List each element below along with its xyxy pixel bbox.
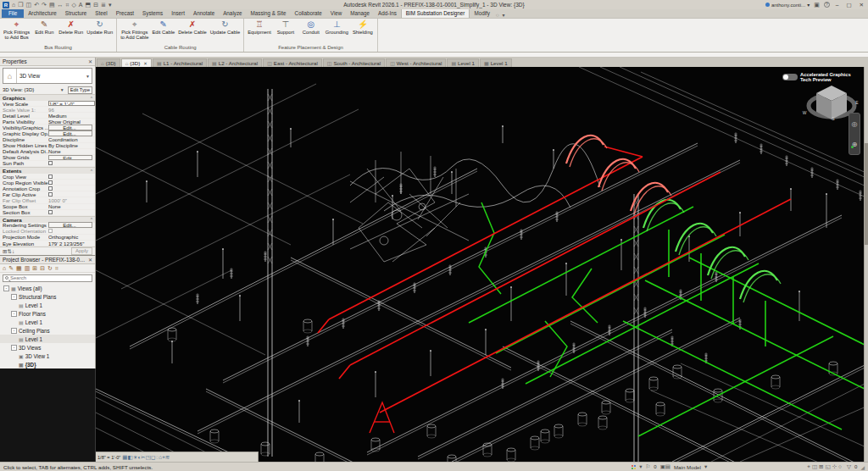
filter-icon[interactable]: ▽ <box>847 463 851 470</box>
view-tab-2-l1-architectural[interactable]: ▤L1 - Architectural <box>153 58 207 67</box>
delete-cable-button[interactable]: ✗Delete Cable <box>176 19 209 35</box>
edit-type-button[interactable]: Edit Type <box>68 86 92 94</box>
ribbon-tab-precast[interactable]: Precast <box>112 8 138 18</box>
tree-expander-icon[interactable]: - <box>11 328 17 334</box>
browser-search[interactable] <box>3 274 92 282</box>
tree-item-ceiling-plans[interactable]: -Ceiling Plans <box>0 326 95 335</box>
browser-sheets-icon[interactable]: ▥ <box>25 265 31 272</box>
status-select-links-icon[interactable]: ⌖ <box>807 463 810 469</box>
ribbon-tab-collaborate[interactable]: Collaborate <box>291 8 326 18</box>
prop-crop-region-visible-checkbox[interactable] <box>48 180 53 185</box>
view-tab-8-level-1[interactable]: ▦Level 1 <box>480 58 512 67</box>
qat-3d-view-icon[interactable]: ⬒ <box>86 1 92 8</box>
status-drag-on-selection-icon[interactable]: ⊹ <box>832 463 837 469</box>
view-tab-1-3d[interactable]: ⌂{3D}✕ <box>121 58 152 67</box>
prop-graphic-display-op-value[interactable]: Edit... <box>48 130 92 136</box>
close-button[interactable]: ✕ <box>858 2 865 8</box>
toggle-switch-icon[interactable] <box>782 74 798 80</box>
steering-wheel-icon[interactable]: ◎ <box>852 120 858 128</box>
browser-home-icon[interactable]: ⌂ <box>3 265 6 271</box>
tree-item-3d-views[interactable]: -3D Views <box>0 343 95 352</box>
model-viewport[interactable]: WSE <box>96 67 868 462</box>
edit-run-button[interactable]: ✎Edit Run <box>31 19 57 35</box>
properties-close-icon[interactable]: ✕ <box>88 58 92 64</box>
status-select-pinned-icon[interactable]: ⊞ <box>819 463 823 469</box>
scrollbar-thumb[interactable] <box>865 143 868 245</box>
pick-fittings-to-add-bus-button[interactable]: ⌖Pick Fittings to Add Bus <box>2 19 31 40</box>
view-tab-4-east-architectural[interactable]: ◫East - Architectural <box>263 58 322 67</box>
ribbon-tab-massing-site[interactable]: Massing & Site <box>247 8 291 18</box>
revit-logo[interactable]: R <box>3 2 9 8</box>
help-icon[interactable]: ? <box>824 2 830 8</box>
qat-aligned-dimension-icon[interactable]: ⌗ <box>66 1 70 8</box>
tree-item-level-1[interactable]: ▤Level 1 <box>0 301 95 309</box>
worksharing-sync-icon[interactable] <box>632 465 636 469</box>
design-option-panel-icon-1[interactable]: ▤ <box>665 463 670 469</box>
ribbon-tab-structure[interactable]: Structure <box>61 8 92 18</box>
ribbon-tab-add-ins[interactable]: Add-Ins <box>374 8 401 18</box>
view-tab-0-3d[interactable]: ⌂{3D} <box>97 58 120 67</box>
update-cable-button[interactable]: ↻Update Cable <box>209 19 242 35</box>
worksets-caret-icon[interactable]: ▾ <box>639 463 642 470</box>
qat-redo-icon[interactable]: ↷ <box>42 1 47 8</box>
ribbon-state-caret-icon[interactable]: ▾ <box>501 12 507 18</box>
qat-thin-lines-icon[interactable]: ≣ <box>101 1 106 8</box>
support-button[interactable]: ⊤Support <box>273 19 298 35</box>
ribbon-tab-insert[interactable]: Insert <box>167 8 189 18</box>
tree-item-structural-plans[interactable]: -Structural Plans <box>0 292 95 301</box>
qat-print-icon[interactable]: ▤ <box>49 1 55 8</box>
prop-show-grids-value[interactable]: Edit... <box>48 155 92 161</box>
accelerated-graphics-toggle[interactable]: Accelerated Graphics Tech Preview <box>782 72 851 83</box>
design-option-main-model[interactable]: Main Model <box>674 464 701 470</box>
prop-far-clip-active-checkbox[interactable] <box>48 192 53 197</box>
ribbon-tab-architecture[interactable]: Architecture <box>24 8 61 18</box>
prop-view-scale-value[interactable]: 1/8" = 1'-0" <box>48 101 95 107</box>
ribbon-tab-systems[interactable]: Systems <box>138 8 167 18</box>
account-menu[interactable]: anthony.conti... ▾ <box>765 2 810 8</box>
browser-expand-all-icon[interactable]: ⊞ <box>32 265 37 272</box>
tree-item-views-all[interactable]: -▦Views (all) <box>0 284 95 292</box>
browser-views-icon[interactable]: ▦ <box>16 265 22 272</box>
minimize-button[interactable]: – <box>834 2 841 8</box>
ribbon-tab-analyze[interactable]: Analyze <box>219 8 246 18</box>
app-store-icon[interactable]: ▣ <box>814 1 820 8</box>
type-selector[interactable]: ⌂ 3D View ▼ <box>3 68 92 84</box>
tree-item-level-1[interactable]: ▤Level 1 <box>0 335 95 343</box>
prop-sun-path-checkbox[interactable] <box>48 161 53 165</box>
update-run-button[interactable]: ↻Update Run <box>85 19 114 35</box>
view-tab-3-l2-architectural[interactable]: ▤L2 - Architectural <box>208 58 262 67</box>
vcb-worksharing-icon[interactable]: ≋ <box>165 454 170 460</box>
vertical-scrollbar[interactable] <box>864 67 868 462</box>
qat-home-icon[interactable]: ⌂ <box>12 1 15 8</box>
view-tab-7-level-1[interactable]: ▤Level 1 <box>447 58 479 67</box>
ribbon-tab-annotate[interactable]: Annotate <box>189 8 219 18</box>
qat-save-icon[interactable]: ◫ <box>26 1 32 8</box>
qat-tag-icon[interactable]: ◇ <box>71 1 75 8</box>
tree-item-3d[interactable]: ▣{3D} <box>0 360 95 368</box>
browser-refresh-icon[interactable]: ↻ <box>47 265 53 272</box>
ribbon-cycle-icon[interactable]: ◌ <box>494 13 501 18</box>
qat-text-icon[interactable]: A <box>79 1 83 8</box>
conduit-button[interactable]: ◎Conduit <box>298 19 324 35</box>
qat-measure-icon[interactable]: ↔ <box>58 1 64 8</box>
tree-expander-icon[interactable]: - <box>11 311 17 317</box>
browser-edit-icon[interactable]: ✎ <box>8 265 14 272</box>
ribbon-tab-view[interactable]: View <box>326 8 347 18</box>
qat-section-icon[interactable]: ⊟ <box>93 1 98 8</box>
qat-customize-caret-icon[interactable]: ▾ <box>108 1 112 8</box>
ribbon-tab-manage[interactable]: Manage <box>346 8 374 18</box>
tree-item-floor-plans[interactable]: -Floor Plans <box>0 309 95 318</box>
prop-visibility-graphics-value[interactable]: Edit... <box>48 125 92 130</box>
grounding-button[interactable]: ⊥Grounding <box>324 19 350 35</box>
equipment-button[interactable]: ♖Equipment <box>246 19 273 35</box>
status-select-underlay-icon[interactable]: ◫ <box>812 463 817 469</box>
prop-crop-view-checkbox[interactable] <box>48 175 53 179</box>
status-select-by-face-icon[interactable]: ◱ <box>825 463 830 469</box>
status-background-process-icon[interactable]: ○ <box>838 463 842 469</box>
tree-item-3d-view-1[interactable]: ▣3D View 1 <box>0 352 95 360</box>
delete-run-button[interactable]: ✗Delete Run <box>57 19 85 35</box>
view-tab-6-west-architectural[interactable]: ◫West - Architectural <box>386 58 446 67</box>
apply-button[interactable]: Apply <box>71 247 92 255</box>
shielding-button[interactable]: ⚡Shielding <box>350 19 376 35</box>
prop-rendering-settings-value[interactable]: Edit... <box>48 222 92 228</box>
